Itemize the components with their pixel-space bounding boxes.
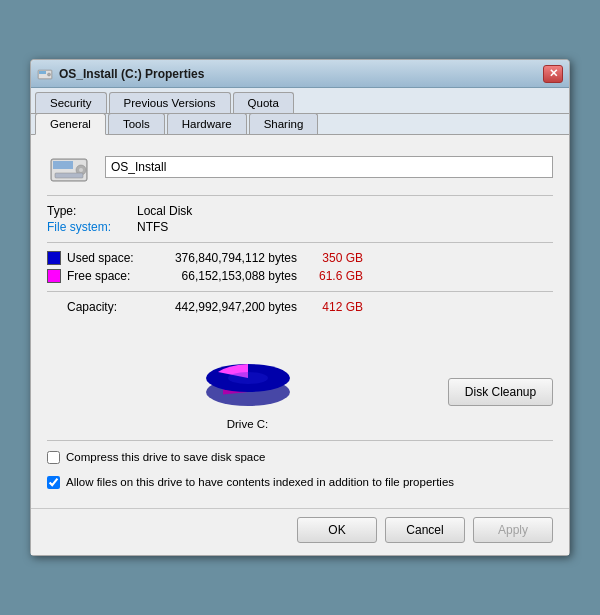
tabs-top-row: Security Previous Versions Quota — [31, 88, 569, 114]
compress-checkbox[interactable] — [47, 451, 60, 464]
dialog-buttons: OK Cancel Apply — [31, 508, 569, 555]
apply-button[interactable]: Apply — [473, 517, 553, 543]
drive-icon — [47, 149, 91, 185]
title-text: OS_Install (C:) Properties — [59, 67, 204, 81]
drive-icon-row — [47, 149, 553, 185]
separator-1 — [47, 195, 553, 196]
tab-security[interactable]: Security — [35, 92, 107, 113]
properties-window: OS_Install (C:) Properties ✕ Security Pr… — [30, 59, 570, 555]
type-value: Local Disk — [137, 204, 192, 218]
index-label: Allow files on this drive to have conten… — [66, 474, 454, 490]
tab-previous-versions[interactable]: Previous Versions — [109, 92, 231, 113]
ok-button[interactable]: OK — [297, 517, 377, 543]
filesystem-label: File system: — [47, 220, 137, 234]
drive-label: Drive C: — [227, 418, 269, 430]
tab-quota[interactable]: Quota — [233, 92, 294, 113]
svg-rect-9 — [55, 173, 83, 178]
index-checkbox-row: Allow files on this drive to have conten… — [47, 474, 553, 490]
cleanup-section: Disk Cleanup — [448, 378, 553, 430]
free-color-box — [47, 269, 61, 283]
used-space-row: Used space: 376,840,794,112 bytes 350 GB — [47, 251, 553, 265]
tab-tools[interactable]: Tools — [108, 113, 165, 134]
filesystem-value: NTFS — [137, 220, 168, 234]
svg-point-12 — [228, 372, 268, 384]
capacity-label: Capacity: — [67, 300, 147, 314]
title-bar: OS_Install (C:) Properties ✕ — [31, 60, 569, 88]
svg-rect-6 — [53, 161, 73, 169]
pie-cleanup-row: Drive C: Disk Cleanup — [47, 324, 553, 430]
compress-label: Compress this drive to save disk space — [66, 449, 265, 465]
free-space-bytes: 66,152,153,088 bytes — [147, 269, 297, 283]
filesystem-row: File system: NTFS — [47, 220, 553, 234]
close-button[interactable]: ✕ — [543, 65, 563, 83]
type-label: Type: — [47, 204, 137, 218]
svg-point-8 — [79, 168, 83, 172]
content-area: Type: Local Disk File system: NTFS Used … — [31, 135, 569, 507]
svg-point-2 — [48, 73, 51, 76]
capacity-bytes: 442,992,947,200 bytes — [147, 300, 297, 314]
pie-section: Drive C: — [47, 324, 448, 430]
pie-chart — [183, 324, 313, 414]
checkbox-section: Compress this drive to save disk space A… — [47, 440, 553, 489]
drive-name-input[interactable] — [105, 156, 553, 178]
capacity-gb: 412 GB — [313, 300, 363, 314]
cancel-button[interactable]: Cancel — [385, 517, 465, 543]
tab-hardware[interactable]: Hardware — [167, 113, 247, 134]
used-space-gb: 350 GB — [313, 251, 363, 265]
used-color-box — [47, 251, 61, 265]
free-space-gb: 61.6 GB — [313, 269, 363, 283]
free-space-label: Free space: — [67, 269, 147, 283]
used-space-bytes: 376,840,794,112 bytes — [147, 251, 297, 265]
disk-cleanup-button[interactable]: Disk Cleanup — [448, 378, 553, 406]
svg-rect-3 — [39, 71, 46, 74]
tabs-bottom-row: General Tools Hardware Sharing — [31, 114, 569, 135]
title-bar-left: OS_Install (C:) Properties — [37, 66, 204, 82]
separator-3 — [47, 291, 553, 292]
capacity-row: Capacity: 442,992,947,200 bytes 412 GB — [67, 300, 553, 314]
compress-checkbox-row: Compress this drive to save disk space — [47, 449, 553, 465]
tab-sharing[interactable]: Sharing — [249, 113, 319, 134]
drive-title-icon — [37, 66, 53, 82]
type-row: Type: Local Disk — [47, 204, 553, 218]
separator-2 — [47, 242, 553, 243]
used-space-label: Used space: — [67, 251, 147, 265]
free-space-row: Free space: 66,152,153,088 bytes 61.6 GB — [47, 269, 553, 283]
tab-general[interactable]: General — [35, 113, 106, 135]
index-checkbox[interactable] — [47, 476, 60, 489]
